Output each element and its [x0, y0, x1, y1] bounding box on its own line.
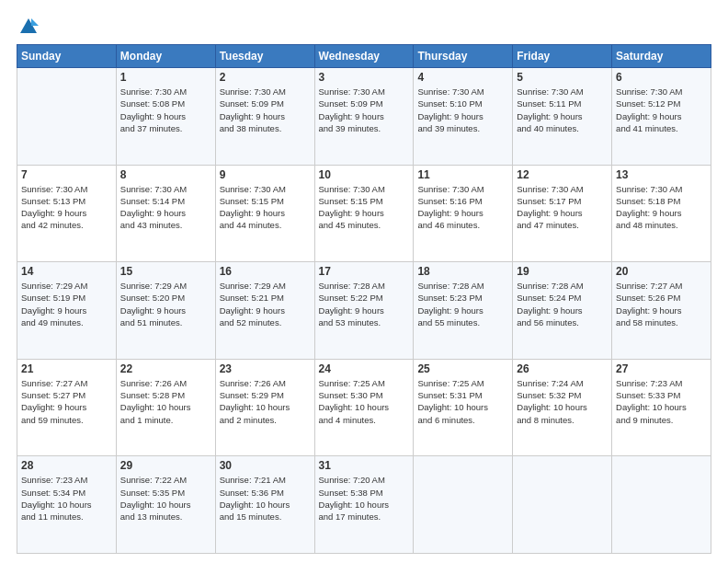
day-info: Sunrise: 7:30 AMSunset: 5:18 PMDaylight:…	[616, 183, 707, 232]
calendar-cell: 31Sunrise: 7:20 AMSunset: 5:38 PMDayligh…	[314, 456, 414, 554]
day-number: 13	[616, 168, 707, 181]
day-info: Sunrise: 7:26 AMSunset: 5:29 PMDaylight:…	[220, 377, 311, 426]
calendar-cell: 13Sunrise: 7:30 AMSunset: 5:18 PMDayligh…	[612, 165, 711, 262]
calendar-cell: 25Sunrise: 7:25 AMSunset: 5:31 PMDayligh…	[414, 359, 513, 456]
calendar-cell: 2Sunrise: 7:30 AMSunset: 5:09 PMDaylight…	[215, 68, 314, 166]
calendar-cell: 10Sunrise: 7:30 AMSunset: 5:15 PMDayligh…	[314, 165, 414, 262]
calendar-week-1: 1Sunrise: 7:30 AMSunset: 5:08 PMDaylight…	[17, 68, 711, 166]
calendar-cell: 8Sunrise: 7:30 AMSunset: 5:14 PMDaylight…	[116, 165, 215, 262]
day-info: Sunrise: 7:28 AMSunset: 5:24 PMDaylight:…	[517, 280, 608, 328]
day-info: Sunrise: 7:24 AMSunset: 5:32 PMDaylight:…	[517, 377, 608, 426]
calendar-cell: 29Sunrise: 7:22 AMSunset: 5:35 PMDayligh…	[116, 456, 215, 554]
calendar-cell: 3Sunrise: 7:30 AMSunset: 5:09 PMDaylight…	[314, 68, 414, 166]
day-number: 7	[21, 168, 112, 181]
day-info: Sunrise: 7:30 AMSunset: 5:11 PMDaylight:…	[517, 86, 608, 134]
calendar-cell: 24Sunrise: 7:25 AMSunset: 5:30 PMDayligh…	[314, 359, 414, 456]
day-info: Sunrise: 7:29 AMSunset: 5:19 PMDaylight:…	[21, 280, 112, 328]
day-number: 22	[120, 362, 211, 375]
day-number: 27	[616, 362, 707, 375]
day-number: 6	[616, 71, 707, 84]
calendar-cell: 20Sunrise: 7:27 AMSunset: 5:26 PMDayligh…	[612, 262, 711, 360]
day-number: 21	[21, 362, 112, 375]
day-number: 9	[220, 168, 311, 181]
day-info: Sunrise: 7:30 AMSunset: 5:08 PMDaylight:…	[120, 86, 211, 134]
day-number: 5	[517, 71, 608, 84]
day-number: 17	[319, 265, 410, 278]
calendar-cell	[612, 456, 711, 554]
day-number: 2	[220, 71, 311, 84]
day-info: Sunrise: 7:23 AMSunset: 5:33 PMDaylight:…	[616, 377, 707, 426]
page-header	[17, 17, 711, 37]
calendar-week-5: 28Sunrise: 7:23 AMSunset: 5:34 PMDayligh…	[17, 456, 711, 554]
day-number: 20	[616, 265, 707, 278]
calendar-cell: 18Sunrise: 7:28 AMSunset: 5:23 PMDayligh…	[414, 262, 513, 360]
day-number: 16	[220, 265, 311, 278]
day-info: Sunrise: 7:28 AMSunset: 5:22 PMDaylight:…	[319, 280, 410, 328]
calendar-cell: 11Sunrise: 7:30 AMSunset: 5:16 PMDayligh…	[414, 165, 513, 262]
day-number: 25	[417, 362, 508, 375]
svg-marker-1	[31, 18, 39, 26]
logo-icon	[18, 17, 39, 37]
day-info: Sunrise: 7:30 AMSunset: 5:09 PMDaylight:…	[220, 86, 311, 134]
calendar-cell: 28Sunrise: 7:23 AMSunset: 5:34 PMDayligh…	[17, 456, 117, 554]
day-info: Sunrise: 7:30 AMSunset: 5:16 PMDaylight:…	[417, 183, 508, 232]
day-number: 19	[517, 265, 608, 278]
calendar-cell: 1Sunrise: 7:30 AMSunset: 5:08 PMDaylight…	[116, 68, 215, 166]
day-info: Sunrise: 7:30 AMSunset: 5:13 PMDaylight:…	[21, 183, 112, 232]
day-info: Sunrise: 7:30 AMSunset: 5:15 PMDaylight:…	[319, 183, 410, 232]
day-info: Sunrise: 7:30 AMSunset: 5:15 PMDaylight:…	[220, 183, 311, 232]
day-info: Sunrise: 7:30 AMSunset: 5:12 PMDaylight:…	[616, 86, 707, 134]
day-number: 3	[319, 71, 410, 84]
day-number: 14	[21, 265, 112, 278]
calendar-table: SundayMondayTuesdayWednesdayThursdayFrid…	[17, 44, 711, 554]
calendar-cell: 12Sunrise: 7:30 AMSunset: 5:17 PMDayligh…	[513, 165, 612, 262]
calendar-cell: 17Sunrise: 7:28 AMSunset: 5:22 PMDayligh…	[314, 262, 414, 360]
day-number: 23	[220, 362, 311, 375]
calendar-cell: 14Sunrise: 7:29 AMSunset: 5:19 PMDayligh…	[17, 262, 117, 360]
day-number: 26	[517, 362, 608, 375]
weekday-header-friday: Friday	[513, 45, 612, 68]
day-info: Sunrise: 7:21 AMSunset: 5:36 PMDaylight:…	[220, 474, 311, 523]
day-number: 10	[319, 168, 410, 181]
calendar-cell: 27Sunrise: 7:23 AMSunset: 5:33 PMDayligh…	[612, 359, 711, 456]
day-number: 24	[319, 362, 410, 375]
day-number: 1	[120, 71, 211, 84]
calendar-cell	[513, 456, 612, 554]
day-info: Sunrise: 7:29 AMSunset: 5:20 PMDaylight:…	[120, 280, 211, 328]
day-info: Sunrise: 7:20 AMSunset: 5:38 PMDaylight:…	[319, 474, 410, 523]
calendar-cell: 16Sunrise: 7:29 AMSunset: 5:21 PMDayligh…	[215, 262, 314, 360]
calendar-cell: 22Sunrise: 7:26 AMSunset: 5:28 PMDayligh…	[116, 359, 215, 456]
day-number: 18	[417, 265, 508, 278]
weekday-header-wednesday: Wednesday	[314, 45, 414, 68]
day-info: Sunrise: 7:26 AMSunset: 5:28 PMDaylight:…	[120, 377, 211, 426]
calendar-week-3: 14Sunrise: 7:29 AMSunset: 5:19 PMDayligh…	[17, 262, 711, 360]
day-info: Sunrise: 7:30 AMSunset: 5:09 PMDaylight:…	[319, 86, 410, 134]
day-info: Sunrise: 7:30 AMSunset: 5:14 PMDaylight:…	[120, 183, 211, 232]
calendar-cell: 15Sunrise: 7:29 AMSunset: 5:20 PMDayligh…	[116, 262, 215, 360]
day-info: Sunrise: 7:25 AMSunset: 5:30 PMDaylight:…	[319, 377, 410, 426]
logo	[17, 17, 39, 37]
day-info: Sunrise: 7:30 AMSunset: 5:17 PMDaylight:…	[517, 183, 608, 232]
weekday-header-sunday: Sunday	[17, 45, 117, 68]
calendar-header-row: SundayMondayTuesdayWednesdayThursdayFrid…	[17, 45, 711, 68]
day-info: Sunrise: 7:22 AMSunset: 5:35 PMDaylight:…	[120, 474, 211, 523]
day-number: 30	[220, 459, 311, 472]
day-number: 8	[120, 168, 211, 181]
day-info: Sunrise: 7:27 AMSunset: 5:26 PMDaylight:…	[616, 280, 707, 328]
day-info: Sunrise: 7:23 AMSunset: 5:34 PMDaylight:…	[21, 474, 112, 523]
day-number: 11	[417, 168, 508, 181]
calendar-cell	[17, 68, 117, 166]
day-info: Sunrise: 7:29 AMSunset: 5:21 PMDaylight:…	[220, 280, 311, 328]
calendar-cell: 21Sunrise: 7:27 AMSunset: 5:27 PMDayligh…	[17, 359, 117, 456]
calendar-cell: 19Sunrise: 7:28 AMSunset: 5:24 PMDayligh…	[513, 262, 612, 360]
day-info: Sunrise: 7:30 AMSunset: 5:10 PMDaylight:…	[417, 86, 508, 134]
day-number: 28	[21, 459, 112, 472]
calendar-cell: 30Sunrise: 7:21 AMSunset: 5:36 PMDayligh…	[215, 456, 314, 554]
day-number: 12	[517, 168, 608, 181]
calendar-cell: 5Sunrise: 7:30 AMSunset: 5:11 PMDaylight…	[513, 68, 612, 166]
weekday-header-tuesday: Tuesday	[215, 45, 314, 68]
calendar-cell: 7Sunrise: 7:30 AMSunset: 5:13 PMDaylight…	[17, 165, 117, 262]
weekday-header-thursday: Thursday	[414, 45, 513, 68]
day-info: Sunrise: 7:28 AMSunset: 5:23 PMDaylight:…	[417, 280, 508, 328]
calendar-cell: 9Sunrise: 7:30 AMSunset: 5:15 PMDaylight…	[215, 165, 314, 262]
